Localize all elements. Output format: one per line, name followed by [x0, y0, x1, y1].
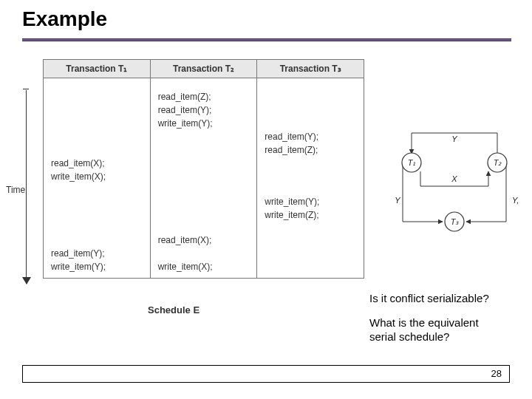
table-header-row: Transaction T₁ Transaction T₂ Transactio… — [44, 60, 364, 78]
node-t3: T₃ — [451, 217, 460, 226]
cell: write_item(Y); — [44, 260, 151, 279]
table-row: read_item(X); — [44, 233, 364, 247]
question-line1: What is the equivalent — [369, 316, 479, 329]
cell — [257, 90, 364, 103]
table-row: write_item(X); — [44, 170, 364, 183]
cell — [150, 222, 257, 233]
col-header-t3: Transaction T₃ — [257, 60, 364, 78]
cell: read_item(X); — [44, 157, 151, 170]
cell — [150, 157, 257, 170]
cell — [44, 78, 151, 90]
cell — [150, 130, 257, 143]
cell — [44, 117, 151, 130]
question-serializable: Is it conflict serializable? — [369, 292, 489, 304]
precedence-graph: Y X Y Y, Z T₁ T₂ T₃ — [388, 126, 521, 251]
schedule-table: Transaction T₁ Transaction T₂ Transactio… — [43, 59, 364, 279]
time-arrow — [26, 90, 27, 284]
cell: read_item(Y); — [44, 247, 151, 260]
table-row — [44, 222, 364, 233]
cell: write_item(Y); — [257, 195, 364, 208]
cell: read_item(Y); — [150, 103, 257, 117]
col-header-t2: Transaction T₂ — [150, 60, 257, 78]
edge-label-x: X — [451, 174, 457, 183]
cell — [44, 222, 151, 233]
cell — [150, 78, 257, 90]
table-row: write_item(Y);write_item(X); — [44, 260, 364, 279]
table-row: write_item(Y); — [44, 117, 364, 130]
table-row: read_item(Y); — [44, 130, 364, 143]
node-t2: T₂ — [494, 158, 502, 167]
cell — [257, 222, 364, 233]
table-row: read_item(X); — [44, 157, 364, 170]
table-row — [44, 78, 364, 90]
cell — [44, 233, 151, 247]
cell — [257, 78, 364, 90]
node-t1: T₁ — [408, 158, 416, 167]
table-row: write_item(Z); — [44, 208, 364, 222]
cell — [150, 143, 257, 157]
cell — [44, 208, 151, 222]
cell — [257, 260, 364, 279]
cell: read_item(Y); — [257, 130, 364, 143]
question-line2: serial schedule? — [369, 330, 449, 343]
edge-label-y-left: Y — [395, 196, 400, 205]
cell: read_item(Z); — [150, 90, 257, 103]
col-header-t1: Transaction T₁ — [44, 60, 151, 78]
schedule-caption: Schedule E — [148, 304, 200, 316]
cell — [257, 117, 364, 130]
cell: read_item(Z); — [257, 143, 364, 157]
table-row: write_item(Y); — [44, 195, 364, 208]
cell — [44, 143, 151, 157]
question-equivalent: What is the equivalent serial schedule? — [369, 316, 479, 344]
cell — [257, 170, 364, 183]
page-title: Example — [22, 7, 107, 31]
cell — [257, 183, 364, 195]
cell: write_item(Z); — [257, 208, 364, 222]
cell: write_item(X); — [44, 170, 151, 183]
cell — [44, 103, 151, 117]
table-row — [44, 183, 364, 195]
table-row: read_item(Y); — [44, 247, 364, 260]
cell: write_item(Y); — [150, 117, 257, 130]
edge-label-yz: Y, Z — [512, 196, 521, 205]
cell — [257, 103, 364, 117]
table-row: read_item(Z); — [44, 143, 364, 157]
cell — [44, 90, 151, 103]
cell — [44, 130, 151, 143]
cell — [150, 208, 257, 222]
edge-label-y-top: Y — [451, 134, 457, 143]
page-number: 28 — [491, 368, 502, 379]
table-row: read_item(Z); — [44, 90, 364, 103]
cell — [150, 247, 257, 260]
title-underline — [22, 38, 511, 41]
cell — [44, 195, 151, 208]
cell — [44, 183, 151, 195]
cell — [257, 247, 364, 260]
cell — [257, 157, 364, 170]
cell — [150, 183, 257, 195]
cell — [150, 195, 257, 208]
footer-box: 28 — [22, 365, 510, 383]
cell — [257, 233, 364, 247]
time-axis: Time — [7, 89, 38, 281]
table-row: read_item(Y); — [44, 103, 364, 117]
cell: read_item(X); — [150, 233, 257, 247]
cell: write_item(X); — [150, 260, 257, 279]
cell — [150, 170, 257, 183]
time-label: Time — [6, 185, 25, 195]
